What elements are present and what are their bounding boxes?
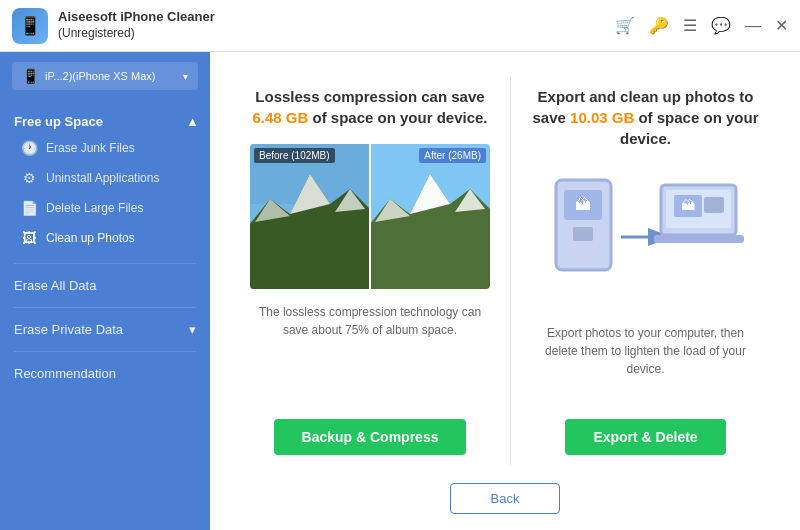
sidebar-item-erase-all[interactable]: Erase All Data bbox=[0, 268, 210, 303]
content-area: Lossless compression can save 6.48 GB of… bbox=[210, 52, 800, 530]
chevron-up-icon: ▴ bbox=[189, 114, 196, 129]
phone-icon: 📱 bbox=[22, 68, 39, 84]
sidebar: 📱 iP...2)(iPhone XS Max) ▾ Free up Space… bbox=[0, 52, 210, 530]
compress-panel: Lossless compression can save 6.48 GB of… bbox=[230, 76, 510, 465]
export-panel: Export and clean up photos to save 10.03… bbox=[510, 76, 780, 465]
cart-icon[interactable]: 🛒 bbox=[615, 16, 635, 35]
divider-2 bbox=[14, 307, 196, 308]
device-selector[interactable]: 📱 iP...2)(iPhone XS Max) ▾ bbox=[12, 62, 198, 90]
free-up-header[interactable]: Free up Space ▴ bbox=[0, 106, 210, 133]
sidebar-item-recommendation[interactable]: Recommendation bbox=[0, 356, 210, 391]
sidebar-item-erase-junk[interactable]: 🕐 Erase Junk Files bbox=[0, 133, 210, 163]
after-label: After (26MB) bbox=[419, 148, 486, 163]
main-layout: 📱 iP...2)(iPhone XS Max) ▾ Free up Space… bbox=[0, 52, 800, 530]
divider-3 bbox=[14, 351, 196, 352]
chevron-down-icon-private: ▾ bbox=[189, 322, 196, 337]
svg-rect-14 bbox=[573, 227, 593, 241]
svg-rect-20 bbox=[704, 197, 724, 213]
device-name: iP...2)(iPhone XS Max) bbox=[45, 70, 177, 82]
svg-rect-19 bbox=[654, 235, 744, 243]
menu-icon[interactable]: ☰ bbox=[683, 16, 697, 35]
export-description: Export photos to your computer, then del… bbox=[531, 324, 760, 378]
compress-title: Lossless compression can save 6.48 GB of… bbox=[250, 86, 490, 128]
sidebar-item-uninstall[interactable]: ⚙ Uninstall Applications bbox=[0, 163, 210, 193]
image-icon: 🖼 bbox=[20, 230, 38, 246]
key-icon[interactable]: 🔑 bbox=[649, 16, 669, 35]
free-up-section: Free up Space ▴ 🕐 Erase Junk Files ⚙ Uni… bbox=[0, 100, 210, 259]
app-icon: 📱 bbox=[12, 8, 48, 44]
image-before bbox=[250, 144, 370, 289]
compress-description: The lossless compression technology can … bbox=[250, 303, 490, 339]
document-icon: 📄 bbox=[20, 200, 38, 216]
title-bar: 📱 Aiseesoft iPhone Cleaner (Unregistered… bbox=[0, 0, 800, 52]
backup-compress-button[interactable]: Backup & Compress bbox=[274, 419, 467, 455]
content-body: Lossless compression can save 6.48 GB of… bbox=[210, 52, 800, 475]
content-footer: Back bbox=[210, 475, 800, 530]
chat-icon[interactable]: 💬 bbox=[711, 16, 731, 35]
divider-1 bbox=[14, 263, 196, 264]
sidebar-item-large-files[interactable]: 📄 Delete Large Files bbox=[0, 193, 210, 223]
app-title: Aiseesoft iPhone Cleaner (Unregistered) bbox=[58, 9, 215, 41]
minimize-button[interactable]: — bbox=[745, 17, 761, 35]
close-button[interactable]: ✕ bbox=[775, 16, 788, 35]
window-controls: 🛒 🔑 ☰ 💬 — ✕ bbox=[615, 16, 788, 35]
chevron-down-icon: ▾ bbox=[183, 71, 188, 82]
before-label: Before (102MB) bbox=[254, 148, 335, 163]
export-delete-button[interactable]: Export & Delete bbox=[565, 419, 725, 455]
image-after bbox=[370, 144, 490, 289]
export-title: Export and clean up photos to save 10.03… bbox=[531, 86, 760, 149]
app-info: 📱 Aiseesoft iPhone Cleaner (Unregistered… bbox=[12, 8, 215, 44]
sidebar-item-clean-photos[interactable]: 🖼 Clean up Photos bbox=[0, 223, 210, 253]
comparison-divider bbox=[369, 144, 371, 289]
export-illustration: 🏔 🏔 bbox=[546, 165, 746, 310]
settings-icon: ⚙ bbox=[20, 170, 38, 186]
clock-icon: 🕐 bbox=[20, 140, 38, 156]
sidebar-item-erase-private[interactable]: Erase Private Data ▾ bbox=[0, 312, 210, 347]
comparison-image: Before (102MB) After (26MB) bbox=[250, 144, 490, 289]
back-button[interactable]: Back bbox=[450, 483, 561, 514]
svg-text:🏔: 🏔 bbox=[681, 197, 695, 213]
svg-text:🏔: 🏔 bbox=[575, 196, 591, 213]
